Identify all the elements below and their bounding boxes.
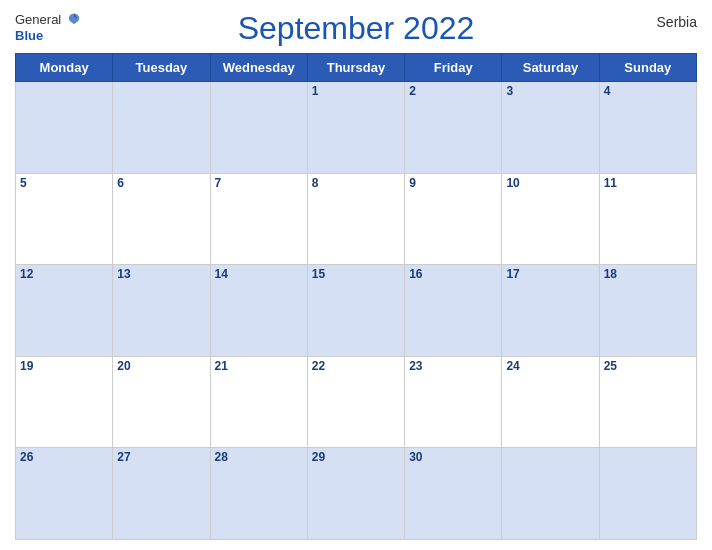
- empty-cell: [16, 82, 113, 174]
- empty-cell: [599, 448, 696, 540]
- day-cell-1: 1: [307, 82, 404, 174]
- week-row-3: 12131415161718: [16, 265, 697, 357]
- day-cell-6: 6: [113, 173, 210, 265]
- day-cell-15: 15: [307, 265, 404, 357]
- empty-cell: [113, 82, 210, 174]
- day-cell-23: 23: [405, 356, 502, 448]
- day-number-20: 20: [117, 359, 205, 373]
- day-cell-28: 28: [210, 448, 307, 540]
- weekday-header-friday: Friday: [405, 54, 502, 82]
- weekday-header-saturday: Saturday: [502, 54, 599, 82]
- day-cell-4: 4: [599, 82, 696, 174]
- day-cell-20: 20: [113, 356, 210, 448]
- day-number-30: 30: [409, 450, 497, 464]
- day-number-22: 22: [312, 359, 400, 373]
- day-cell-30: 30: [405, 448, 502, 540]
- day-cell-11: 11: [599, 173, 696, 265]
- day-number-11: 11: [604, 176, 692, 190]
- day-cell-9: 9: [405, 173, 502, 265]
- day-number-28: 28: [215, 450, 303, 464]
- day-number-23: 23: [409, 359, 497, 373]
- day-cell-25: 25: [599, 356, 696, 448]
- day-number-14: 14: [215, 267, 303, 281]
- weekday-header-wednesday: Wednesday: [210, 54, 307, 82]
- day-cell-24: 24: [502, 356, 599, 448]
- day-number-2: 2: [409, 84, 497, 98]
- day-number-9: 9: [409, 176, 497, 190]
- day-number-3: 3: [506, 84, 594, 98]
- day-number-18: 18: [604, 267, 692, 281]
- day-cell-3: 3: [502, 82, 599, 174]
- day-cell-18: 18: [599, 265, 696, 357]
- day-cell-2: 2: [405, 82, 502, 174]
- week-row-2: 567891011: [16, 173, 697, 265]
- week-row-5: 2627282930: [16, 448, 697, 540]
- day-number-17: 17: [506, 267, 594, 281]
- day-number-4: 4: [604, 84, 692, 98]
- empty-cell: [502, 448, 599, 540]
- day-number-1: 1: [312, 84, 400, 98]
- day-number-5: 5: [20, 176, 108, 190]
- day-cell-27: 27: [113, 448, 210, 540]
- day-number-15: 15: [312, 267, 400, 281]
- day-number-12: 12: [20, 267, 108, 281]
- day-cell-21: 21: [210, 356, 307, 448]
- logo-area: General Blue: [15, 10, 82, 44]
- day-number-13: 13: [117, 267, 205, 281]
- calendar-title: September 2022: [238, 10, 475, 47]
- day-cell-22: 22: [307, 356, 404, 448]
- day-number-27: 27: [117, 450, 205, 464]
- day-cell-16: 16: [405, 265, 502, 357]
- logo-bird-icon: [66, 10, 82, 28]
- day-cell-17: 17: [502, 265, 599, 357]
- day-cell-14: 14: [210, 265, 307, 357]
- day-cell-7: 7: [210, 173, 307, 265]
- day-cell-26: 26: [16, 448, 113, 540]
- day-number-6: 6: [117, 176, 205, 190]
- day-number-19: 19: [20, 359, 108, 373]
- day-cell-8: 8: [307, 173, 404, 265]
- weekday-header-row: MondayTuesdayWednesdayThursdayFridaySatu…: [16, 54, 697, 82]
- weekday-header-monday: Monday: [16, 54, 113, 82]
- weekday-header-tuesday: Tuesday: [113, 54, 210, 82]
- country-label: Serbia: [657, 14, 697, 30]
- day-cell-5: 5: [16, 173, 113, 265]
- week-row-4: 19202122232425: [16, 356, 697, 448]
- day-number-26: 26: [20, 450, 108, 464]
- day-number-7: 7: [215, 176, 303, 190]
- day-number-10: 10: [506, 176, 594, 190]
- day-cell-13: 13: [113, 265, 210, 357]
- header-area: General Blue September 2022 Serbia: [15, 10, 697, 47]
- weekday-header-sunday: Sunday: [599, 54, 696, 82]
- day-cell-19: 19: [16, 356, 113, 448]
- day-number-21: 21: [215, 359, 303, 373]
- calendar-table: MondayTuesdayWednesdayThursdayFridaySatu…: [15, 53, 697, 540]
- logo-blue: Blue: [15, 28, 43, 44]
- week-row-1: 1234: [16, 82, 697, 174]
- day-number-29: 29: [312, 450, 400, 464]
- weekday-header-thursday: Thursday: [307, 54, 404, 82]
- day-cell-29: 29: [307, 448, 404, 540]
- logo-general: General: [15, 10, 82, 28]
- day-number-25: 25: [604, 359, 692, 373]
- empty-cell: [210, 82, 307, 174]
- day-cell-10: 10: [502, 173, 599, 265]
- day-cell-12: 12: [16, 265, 113, 357]
- day-number-8: 8: [312, 176, 400, 190]
- day-number-24: 24: [506, 359, 594, 373]
- day-number-16: 16: [409, 267, 497, 281]
